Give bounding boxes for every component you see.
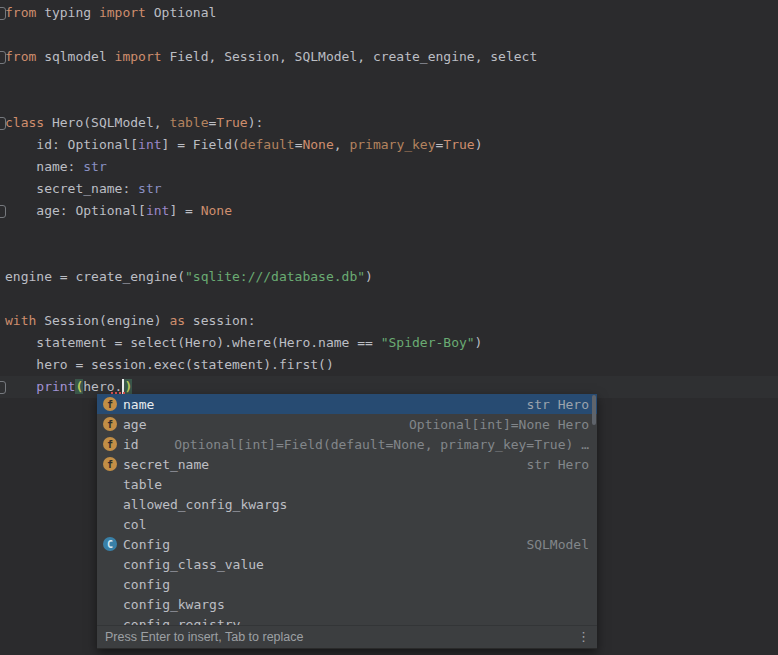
completion-type-hint: str Hero [526, 457, 589, 472]
code-token: sqlmodel [36, 49, 114, 64]
code-line[interactable] [0, 288, 778, 310]
completion-item-age[interactable]: fageOptional[int]=None Hero [97, 414, 597, 434]
completion-type-hint: Optional[int]=Field(default=None, primar… [174, 437, 589, 452]
more-options-icon[interactable]: ⋮ [577, 626, 589, 648]
code-area[interactable]: from typing import Optionalfrom sqlmodel… [0, 2, 778, 398]
code-line[interactable] [0, 222, 778, 244]
completion-label: col [123, 517, 146, 532]
code-token: default [240, 137, 295, 152]
code-token: import [115, 49, 162, 64]
footer-hint-text: Press Enter to insert, Tab to replace [105, 626, 303, 648]
code-token: ] = [169, 203, 200, 218]
code-token: ] = Field( [162, 137, 240, 152]
code-token: ): [248, 115, 264, 130]
code-token: str [138, 181, 161, 196]
code-line[interactable] [0, 244, 778, 266]
code-line[interactable]: with Session(engine) as session: [0, 310, 778, 332]
code-line[interactable]: age: Optional[int] = None [0, 200, 778, 222]
completion-item-name[interactable]: fnamestr Hero [97, 394, 597, 414]
code-token: ) [475, 137, 483, 152]
completion-type-hint: Optional[int]=None Hero [409, 417, 589, 432]
code-line[interactable] [0, 90, 778, 112]
code-line[interactable]: from typing import Optional [0, 2, 778, 24]
code-line[interactable] [0, 68, 778, 90]
code-token: as [169, 313, 185, 328]
completion-footer: Press Enter to insert, Tab to replace ⋮ [97, 625, 597, 648]
code-token: Field, Session, SQLModel, create_engine,… [162, 49, 538, 64]
completion-list: fnamestr HerofageOptional[int]=None Hero… [97, 394, 597, 625]
code-token: Hero(SQLModel, [44, 115, 169, 130]
code-line[interactable]: class Hero(SQLModel, table=True): [0, 112, 778, 134]
class-icon: C [103, 537, 117, 551]
code-token: print [36, 379, 75, 394]
code-line[interactable]: from sqlmodel import Field, Session, SQL… [0, 46, 778, 68]
code-token: int [138, 137, 161, 152]
code-token: "Spider-Boy" [381, 335, 475, 350]
code-token: class [5, 115, 44, 130]
code-line[interactable]: hero = session.exec(statement).first() [0, 354, 778, 376]
code-line[interactable]: secret_name: str [0, 178, 778, 200]
completion-label: config [123, 577, 170, 592]
completion-label: id [123, 437, 139, 452]
code-line[interactable]: statement = select(Hero).where(Hero.name… [0, 332, 778, 354]
field-icon: f [103, 397, 117, 411]
code-token: ) [475, 335, 483, 350]
code-token: True [443, 137, 474, 152]
completion-label: config_class_value [123, 557, 264, 572]
code-token: secret_name: [5, 181, 138, 196]
code-token: with [5, 313, 36, 328]
completion-item-config_class_value[interactable]: config_class_value [97, 554, 597, 574]
completion-item-config[interactable]: config [97, 574, 597, 594]
gutter-icon [0, 117, 6, 130]
code-line[interactable]: engine = create_engine("sqlite:///databa… [0, 266, 778, 288]
code-token: id: Optional[ [5, 137, 138, 152]
code-token: typing [36, 5, 99, 20]
code-token: hero = session.exec(statement).first() [5, 357, 334, 372]
completion-label: allowed_config_kwargs [123, 497, 287, 512]
completion-label: secret_name [123, 457, 209, 472]
code-token: from [5, 5, 36, 20]
completion-item-col[interactable]: col [97, 514, 597, 534]
code-token: str [83, 159, 106, 174]
code-token: , [334, 137, 350, 152]
code-line[interactable] [0, 24, 778, 46]
completion-label: table [123, 477, 162, 492]
code-token: import [99, 5, 146, 20]
field-icon: f [103, 417, 117, 431]
code-token: from [5, 49, 36, 64]
completion-item-config_kwargs[interactable]: config_kwargs [97, 594, 597, 614]
code-token: None [302, 137, 333, 152]
popup-scrollbar-thumb[interactable] [592, 395, 596, 425]
gutter-icon [0, 7, 6, 20]
completion-item-allowed_config_kwargs[interactable]: allowed_config_kwargs [97, 494, 597, 514]
completion-label: config_kwargs [123, 597, 225, 612]
completion-item-table[interactable]: table [97, 474, 597, 494]
code-line[interactable]: name: str [0, 156, 778, 178]
gutter-icon [0, 51, 6, 64]
ide-editor-screen: from typing import Optionalfrom sqlmodel… [0, 0, 778, 655]
gutter-icon [0, 205, 6, 218]
completion-label: Config [123, 537, 170, 552]
code-token: statement = select(Hero).where(Hero.name… [5, 335, 381, 350]
completion-label: age [123, 417, 146, 432]
completion-item-secret_name[interactable]: fsecret_namestr Hero [97, 454, 597, 474]
completion-label: name [123, 397, 154, 412]
field-icon: f [103, 437, 117, 451]
code-token: Optional [146, 5, 216, 20]
code-token: ) [365, 269, 373, 284]
code-token: "sqlite:///database.db" [185, 269, 365, 284]
gutter-icon [0, 381, 6, 394]
code-token: name: [5, 159, 83, 174]
completion-type-hint: SQLModel [526, 537, 589, 552]
completion-item-config_registry[interactable]: config_registry [97, 614, 597, 625]
code-token: engine = create_engine( [5, 269, 185, 284]
code-token: None [201, 203, 232, 218]
code-token: ) [124, 379, 132, 394]
field-icon: f [103, 457, 117, 471]
code-token: age: Optional[ [5, 203, 146, 218]
code-token: int [146, 203, 169, 218]
code-token: Session(engine) [36, 313, 169, 328]
completion-item-id[interactable]: fidOptional[int]=Field(default=None, pri… [97, 434, 597, 454]
code-line[interactable]: id: Optional[int] = Field(default=None, … [0, 134, 778, 156]
completion-item-Config[interactable]: CConfigSQLModel [97, 534, 597, 554]
